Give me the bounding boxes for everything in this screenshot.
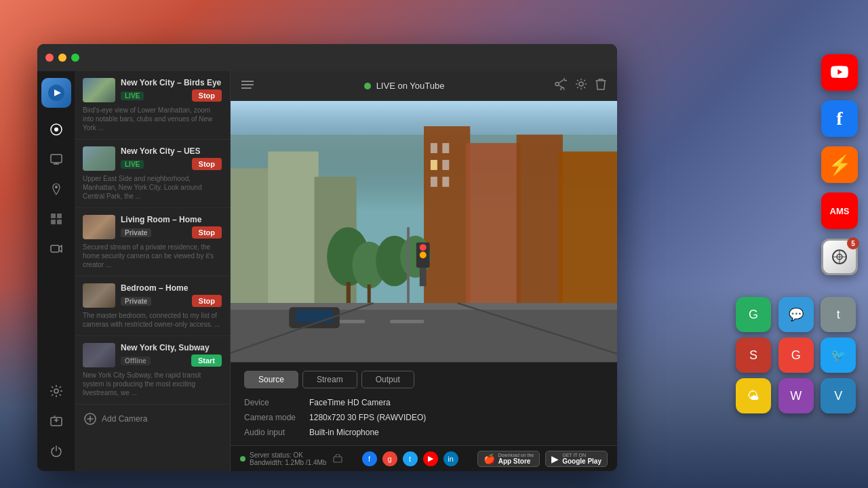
- googleplus-social-icon[interactable]: g: [382, 451, 397, 466]
- small-app-icon-9[interactable]: V: [821, 378, 856, 413]
- small-app-icon-4[interactable]: S: [736, 338, 771, 373]
- svg-point-13: [54, 389, 58, 393]
- menu-icon[interactable]: [241, 80, 254, 92]
- camera-status-row: Offline Start: [121, 354, 222, 367]
- camera-info: Living Room – Home Private Stop: [121, 215, 222, 239]
- small-app-icon-1[interactable]: G: [736, 297, 771, 332]
- camera-title: Living Room – Home: [121, 215, 222, 224]
- ams-app-icon[interactable]: AMS: [821, 192, 858, 229]
- app-store-badge[interactable]: 🍎 Download on the App Store: [477, 451, 540, 467]
- svg-rect-35: [431, 177, 437, 187]
- svg-rect-44: [231, 303, 617, 310]
- svg-rect-30: [559, 152, 617, 320]
- sidebar-item-video[interactable]: [43, 235, 70, 262]
- camera-description: New York City Subway, the rapid transit …: [83, 371, 222, 397]
- camera-item[interactable]: New York City, Subway Offline Start New …: [75, 336, 230, 405]
- tab-output[interactable]: Output: [361, 371, 414, 388]
- camera-description: Bird's-eye view of Lower Manhattan, zoom…: [83, 106, 222, 132]
- small-app-icon-6[interactable]: 🐦: [821, 338, 856, 373]
- camera-item[interactable]: Living Room – Home Private Stop Secured …: [75, 208, 230, 277]
- device-value: FaceTime HD Camera: [309, 398, 604, 407]
- tab-source[interactable]: Source: [244, 371, 298, 388]
- svg-rect-46: [390, 320, 424, 323]
- camera-title: New York City, Subway: [121, 343, 222, 352]
- status-badge: Offline: [121, 357, 151, 365]
- svg-rect-31: [431, 143, 437, 153]
- start-button[interactable]: Start: [191, 354, 222, 367]
- camera-item-header: Bedroom – Home Private Stop: [83, 283, 222, 308]
- tab-stream[interactable]: Stream: [302, 371, 357, 388]
- s5-app-icon[interactable]: 5: [821, 239, 858, 275]
- small-app-icon-8[interactable]: W: [778, 378, 814, 413]
- twitter-social-icon[interactable]: t: [403, 451, 418, 466]
- camera-info: New York City, Subway Offline Start: [121, 343, 222, 367]
- camera-mode-value: 868x488 30 FPS (RAWVIDEO): [309, 413, 604, 422]
- live-indicator: LIVE on YouTube: [364, 81, 445, 91]
- server-status-ok: Server status: OK: [250, 451, 326, 459]
- youtube-app-icon[interactable]: [821, 54, 858, 91]
- app-logo[interactable]: [41, 78, 71, 108]
- device-label: Device: [244, 398, 296, 407]
- facebook-social-icon[interactable]: f: [362, 451, 377, 466]
- settings-icon[interactable]: [575, 78, 587, 94]
- sidebar-item-add[interactable]: [43, 407, 70, 434]
- share-icon[interactable]: [555, 78, 567, 94]
- svg-rect-4: [51, 155, 62, 163]
- audio-input-value: Built-in Microphone: [309, 428, 604, 437]
- svg-rect-54: [407, 227, 410, 303]
- camera-info: New York City – UES LIVE Stop: [121, 146, 222, 170]
- sidebar-item-home[interactable]: [43, 116, 70, 143]
- svg-rect-32: [442, 143, 449, 153]
- camera-item[interactable]: New York City – UES LIVE Stop Upper East…: [75, 140, 230, 208]
- facebook-app-icon[interactable]: f: [821, 100, 858, 137]
- app-window: New York City – Birds Eye LIVE Stop Bird…: [37, 44, 617, 471]
- sidebar-item-browse[interactable]: [43, 146, 70, 173]
- google-play-badge[interactable]: ▶ GET IT ON Google Play: [545, 451, 608, 467]
- svg-point-20: [579, 82, 583, 86]
- camera-item-header: New York City – Birds Eye LIVE Stop: [83, 78, 222, 102]
- maximize-button[interactable]: [71, 54, 79, 62]
- svg-rect-36: [442, 177, 449, 187]
- camera-item-header: New York City – UES LIVE Stop: [83, 146, 222, 171]
- top-bar: LIVE on YouTube: [231, 71, 617, 101]
- lightning-app-icon[interactable]: ⚡: [821, 146, 858, 183]
- camera-mode-label: Camera mode: [244, 413, 296, 422]
- linkedin-social-icon[interactable]: in: [443, 451, 458, 466]
- add-camera-button[interactable]: Add Camera: [75, 405, 230, 433]
- google-play-icon: ▶: [551, 453, 559, 464]
- small-app-icon-2[interactable]: 💬: [778, 297, 814, 332]
- minimize-button[interactable]: [58, 54, 66, 62]
- app-store-name: App Store: [498, 458, 534, 465]
- camera-thumbnail: [83, 78, 115, 102]
- small-app-icon-5[interactable]: G: [778, 338, 814, 373]
- svg-rect-8: [51, 214, 56, 218]
- svg-rect-27: [424, 126, 470, 320]
- stop-button[interactable]: Stop: [192, 226, 222, 239]
- status-badge: Private: [121, 297, 151, 306]
- social-icons: f g t ▶ in: [362, 451, 458, 466]
- stop-button[interactable]: Stop: [192, 158, 222, 170]
- sidebar-item-grid[interactable]: [43, 205, 70, 232]
- svg-rect-25: [268, 152, 319, 320]
- camera-info: New York City – Birds Eye LIVE Stop: [121, 78, 222, 102]
- sidebar-item-settings[interactable]: [43, 378, 70, 405]
- camera-item[interactable]: Bedroom – Home Private Stop The master b…: [75, 277, 230, 336]
- stop-button[interactable]: Stop: [192, 89, 222, 102]
- svg-rect-34: [442, 160, 449, 170]
- bandwidth-text: Bandwidth: 1.2Mb /1.4Mb: [250, 459, 326, 466]
- camera-status-row: LIVE Stop: [121, 89, 222, 102]
- camera-item[interactable]: New York City – Birds Eye LIVE Stop Bird…: [75, 71, 230, 140]
- delete-icon[interactable]: [595, 78, 606, 94]
- camera-title: New York City – Birds Eye: [121, 78, 222, 87]
- small-app-icon-7[interactable]: 🌤: [736, 378, 771, 413]
- sidebar-item-power[interactable]: [43, 437, 70, 464]
- sidebar-item-location[interactable]: [43, 176, 70, 203]
- youtube-social-icon[interactable]: ▶: [423, 451, 438, 466]
- bottom-panel: Source Stream Output Device FaceTime HD …: [231, 362, 617, 445]
- close-button[interactable]: [45, 54, 54, 62]
- small-app-icon-3[interactable]: t: [821, 297, 856, 332]
- stop-button[interactable]: Stop: [192, 295, 222, 307]
- desktop-apps: f ⚡ AMS 5: [821, 54, 858, 275]
- server-status: Server status: OK Bandwidth: 1.2Mb /1.4M…: [240, 451, 342, 466]
- camera-thumbnail: [83, 146, 115, 171]
